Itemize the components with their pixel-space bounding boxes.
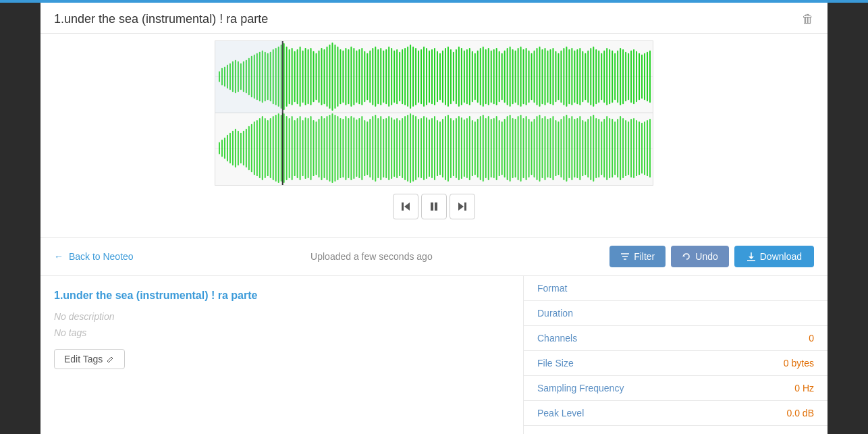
download-icon — [747, 252, 756, 261]
svg-rect-234 — [402, 118, 403, 178]
track-title-main: 1.under the sea (instrumental) ! ra part… — [54, 12, 268, 26]
svg-rect-262 — [477, 119, 479, 178]
undo-button[interactable]: Undo — [671, 246, 728, 267]
svg-rect-76 — [410, 45, 411, 109]
metadata-label: Number of Frames — [524, 426, 691, 435]
svg-rect-149 — [606, 48, 607, 105]
svg-rect-212 — [342, 119, 344, 178]
svg-rect-272 — [504, 119, 506, 178]
svg-rect-249 — [442, 119, 443, 178]
action-buttons: Filter Undo Download — [609, 246, 814, 267]
svg-rect-101 — [477, 51, 479, 103]
svg-rect-167 — [221, 140, 223, 157]
svg-rect-208 — [331, 113, 333, 183]
svg-rect-254 — [456, 118, 457, 178]
svg-rect-196 — [300, 116, 301, 180]
svg-rect-95 — [461, 48, 462, 105]
skip-forward-button[interactable] — [450, 194, 475, 219]
svg-rect-221 — [367, 121, 368, 175]
svg-rect-83 — [429, 51, 430, 103]
svg-rect-332 — [435, 202, 437, 211]
svg-rect-107 — [493, 49, 495, 104]
svg-rect-44 — [324, 49, 325, 104]
skip-back-button[interactable] — [393, 194, 418, 219]
metadata-row: Format — [524, 276, 828, 301]
back-link-label: Back to Neoteo — [69, 251, 134, 262]
svg-rect-245 — [431, 118, 433, 178]
svg-rect-131 — [558, 53, 559, 100]
svg-rect-66 — [383, 51, 384, 103]
metadata-value: 0 — [691, 426, 828, 435]
svg-rect-86 — [437, 51, 438, 102]
svg-rect-319 — [630, 119, 632, 178]
svg-rect-219 — [361, 116, 362, 180]
svg-rect-284 — [537, 116, 538, 180]
right-panel: FormatDurationChannels0File Size0 bytesS… — [524, 276, 828, 434]
svg-rect-125 — [542, 49, 543, 104]
svg-rect-202 — [316, 121, 317, 175]
svg-rect-330 — [402, 202, 404, 211]
svg-rect-226 — [380, 116, 381, 180]
metadata-label: File Size — [524, 351, 691, 376]
svg-rect-64 — [377, 49, 379, 104]
svg-rect-79 — [418, 51, 419, 103]
main-container: 1.under the sea (instrumental) ! ra part… — [40, 3, 828, 434]
back-link[interactable]: ← Back to Neoteo — [54, 251, 134, 262]
svg-rect-116 — [518, 48, 519, 105]
back-arrow-icon: ← — [54, 251, 63, 262]
svg-rect-265 — [485, 118, 487, 178]
svg-rect-238 — [412, 115, 414, 182]
svg-rect-266 — [488, 116, 489, 180]
svg-rect-233 — [399, 120, 400, 176]
svg-rect-48 — [334, 45, 335, 109]
svg-rect-197 — [302, 120, 304, 176]
svg-rect-290 — [552, 116, 553, 180]
svg-rect-156 — [625, 52, 626, 101]
svg-rect-296 — [568, 118, 570, 178]
svg-rect-171 — [232, 131, 234, 166]
svg-rect-177 — [248, 126, 250, 170]
download-button[interactable]: Download — [734, 246, 814, 267]
svg-rect-110 — [501, 53, 503, 100]
svg-rect-158 — [630, 51, 632, 103]
metadata-row: Peak Level0.0 dB — [524, 401, 828, 426]
svg-rect-273 — [507, 116, 508, 180]
svg-rect-94 — [458, 47, 460, 107]
svg-rect-312 — [612, 119, 613, 178]
svg-rect-30 — [286, 47, 288, 107]
svg-rect-133 — [563, 48, 564, 105]
svg-rect-195 — [297, 118, 298, 178]
delete-icon[interactable]: 🗑 — [802, 12, 814, 26]
svg-rect-35 — [300, 47, 301, 107]
svg-rect-32 — [292, 48, 293, 105]
svg-rect-61 — [369, 51, 371, 103]
svg-rect-205 — [324, 118, 325, 178]
svg-rect-294 — [563, 116, 564, 180]
edit-tags-button[interactable]: Edit Tags — [54, 349, 125, 369]
filter-button[interactable]: Filter — [609, 246, 666, 267]
svg-rect-318 — [628, 121, 629, 175]
svg-rect-214 — [348, 118, 349, 178]
waveform-display[interactable] — [215, 40, 653, 186]
metadata-label: Channels — [524, 326, 691, 351]
metadata-row: Channels0 — [524, 326, 828, 351]
svg-rect-309 — [603, 119, 605, 178]
left-panel: 1.under the sea (instrumental) ! ra part… — [40, 276, 524, 434]
svg-rect-85 — [434, 48, 435, 105]
svg-rect-232 — [396, 118, 398, 178]
svg-rect-269 — [496, 116, 497, 180]
svg-rect-69 — [391, 48, 392, 105]
svg-rect-178 — [251, 124, 252, 172]
svg-rect-136 — [571, 48, 572, 105]
svg-rect-173 — [238, 131, 239, 166]
svg-rect-142 — [587, 51, 589, 103]
svg-rect-60 — [367, 53, 368, 100]
svg-rect-213 — [345, 116, 346, 180]
svg-rect-123 — [537, 48, 538, 105]
svg-rect-250 — [445, 116, 446, 180]
pause-button[interactable] — [421, 194, 447, 219]
svg-rect-89 — [445, 48, 446, 105]
svg-rect-193 — [292, 116, 293, 180]
svg-rect-82 — [426, 48, 427, 105]
svg-rect-275 — [512, 118, 514, 178]
